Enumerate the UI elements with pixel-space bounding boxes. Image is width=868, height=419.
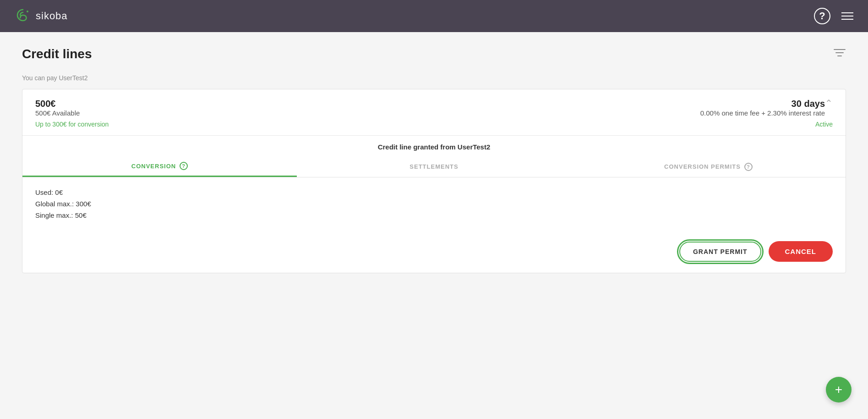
credit-top-right-text: 30 days 0.00% one time fee + 2.30% inter… xyxy=(700,99,825,117)
help-icon[interactable]: ? xyxy=(814,8,830,24)
tab-settlements[interactable]: SETTLEMENTS xyxy=(297,154,571,177)
hamburger-line-1 xyxy=(841,12,853,13)
header-actions: ? xyxy=(814,8,853,24)
credit-amount: 500€ xyxy=(35,99,80,109)
credit-top-right: 30 days 0.00% one time fee + 2.30% inter… xyxy=(700,99,833,117)
sub-label: You can pay UserTest2 xyxy=(22,74,846,82)
single-max-label: Single max.: 50€ xyxy=(35,211,833,219)
global-max-label: Global max.: 300€ xyxy=(35,200,833,208)
tab-conversion[interactable]: CONVERSION ? xyxy=(22,154,297,177)
credit-card-header: 500€ 500€ Available 30 days 0.00% one ti… xyxy=(22,89,846,136)
page-title: Credit lines xyxy=(22,47,92,61)
fab-button[interactable]: + xyxy=(826,377,852,402)
credit-card: 500€ 500€ Available 30 days 0.00% one ti… xyxy=(22,89,846,273)
logo: sikoba xyxy=(15,7,68,26)
cancel-button[interactable]: CANCEL xyxy=(769,241,833,262)
hamburger-line-3 xyxy=(841,19,853,20)
tab-conversion-permits-label: CONVERSION PERMITS xyxy=(664,163,741,170)
tab-conversion-permits[interactable]: CONVERSION PERMITS ? xyxy=(571,154,846,177)
tab-settlements-label: SETTLEMENTS xyxy=(409,163,458,170)
credit-fee: 0.00% one time fee + 2.30% interest rate xyxy=(700,109,825,117)
tab-conversion-help-icon[interactable]: ? xyxy=(180,162,188,170)
tab-content: Used: 0€ Global max.: 300€ Single max.: … xyxy=(22,177,846,234)
grant-permit-button[interactable]: GRANT PERMIT xyxy=(679,242,761,262)
main-content: Credit lines You can pay UserTest2 500€ … xyxy=(0,32,868,419)
menu-icon[interactable] xyxy=(841,12,853,20)
hamburger-line-2 xyxy=(841,16,853,17)
credit-days: 30 days xyxy=(700,99,825,109)
credit-top-flex: 500€ 500€ Available 30 days 0.00% one ti… xyxy=(35,99,833,117)
used-label: Used: 0€ xyxy=(35,188,833,196)
collapse-icon[interactable]: ⌃ xyxy=(825,99,833,108)
credit-card-sub-row: Up to 300€ for conversion Active xyxy=(35,121,833,128)
tab-conversion-label: CONVERSION xyxy=(131,163,176,170)
conversion-link[interactable]: Up to 300€ for conversion xyxy=(35,121,109,128)
active-badge: Active xyxy=(815,121,833,128)
filter-icon[interactable] xyxy=(833,48,846,61)
logo-icon xyxy=(15,7,31,26)
credit-left: 500€ 500€ Available xyxy=(35,99,80,117)
action-row: GRANT PERMIT CANCEL xyxy=(22,234,846,273)
app-header: sikoba ? xyxy=(0,0,868,32)
page-header: Credit lines xyxy=(22,47,846,61)
credit-granted-label: Credit line granted from UserTest2 xyxy=(22,136,846,151)
svg-point-0 xyxy=(27,11,28,12)
logo-text: sikoba xyxy=(36,10,68,22)
tabs-row: CONVERSION ? SETTLEMENTS CONVERSION PERM… xyxy=(22,154,846,177)
credit-available: 500€ Available xyxy=(35,109,80,117)
tab-conversion-permits-help-icon[interactable]: ? xyxy=(744,163,753,171)
